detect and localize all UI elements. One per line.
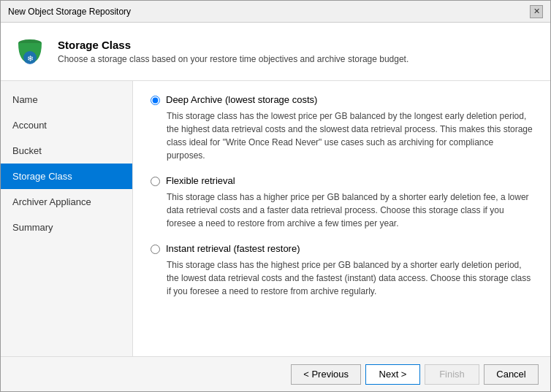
close-icon: ✕	[533, 7, 540, 16]
option-desc-flexible: This storage class has a higher price pe…	[167, 191, 533, 230]
header-area: ❄ Storage Class Choose a storage class b…	[1, 23, 550, 81]
sidebar-item-bucket[interactable]: Bucket	[1, 138, 132, 164]
next-button[interactable]: Next >	[365, 364, 420, 385]
option-group-instant: Instant retrieval (fastest restore) This…	[151, 243, 533, 298]
sidebar-item-archiver-appliance[interactable]: Archiver Appliance	[1, 189, 132, 215]
option-label-instant[interactable]: Instant retrieval (fastest restore)	[151, 243, 533, 254]
option-title-deep-archive: Deep Archive (lowest storage costs)	[166, 94, 317, 105]
close-button[interactable]: ✕	[530, 5, 543, 18]
sidebar: Name Account Bucket Storage Class Archiv…	[1, 81, 133, 356]
option-desc-instant: This storage class has the highest price…	[167, 258, 533, 298]
sidebar-item-summary[interactable]: Summary	[1, 215, 132, 240]
sidebar-item-account[interactable]: Account	[1, 112, 132, 138]
bucket-svg: ❄	[12, 34, 48, 69]
radio-deep-archive[interactable]	[151, 96, 160, 105]
radio-flexible[interactable]	[151, 177, 160, 186]
option-desc-deep-archive: This storage class has the lowest price …	[167, 109, 533, 162]
radio-instant[interactable]	[151, 245, 160, 254]
storage-icon: ❄	[12, 34, 48, 69]
main-content: Deep Archive (lowest storage costs) This…	[133, 81, 550, 356]
option-label-deep-archive[interactable]: Deep Archive (lowest storage costs)	[151, 94, 533, 105]
option-group-flexible: Flexible retrieval This storage class ha…	[151, 175, 533, 230]
header-text: Storage Class Choose a storage class bas…	[58, 39, 408, 64]
option-label-flexible[interactable]: Flexible retrieval	[151, 175, 533, 186]
previous-button[interactable]: < Previous	[291, 364, 361, 385]
footer: < Previous Next > Finish Cancel	[1, 356, 550, 391]
option-title-flexible: Flexible retrieval	[166, 175, 235, 186]
header-title: Storage Class	[58, 39, 408, 51]
option-title-instant: Instant retrieval (fastest restore)	[166, 243, 300, 254]
body: Name Account Bucket Storage Class Archiv…	[1, 81, 550, 356]
cancel-button[interactable]: Cancel	[484, 364, 539, 385]
sidebar-item-name[interactable]: Name	[1, 87, 132, 112]
dialog-title: New Object Storage Repository	[8, 7, 131, 17]
option-group-deep-archive: Deep Archive (lowest storage costs) This…	[151, 94, 533, 162]
sidebar-item-storage-class[interactable]: Storage Class	[1, 164, 132, 189]
finish-button: Finish	[425, 364, 479, 385]
title-bar: New Object Storage Repository ✕	[1, 1, 550, 23]
svg-text:❄: ❄	[27, 53, 34, 62]
dialog: New Object Storage Repository ✕ ❄ Storag…	[0, 0, 551, 392]
header-subtitle: Choose a storage class based on your res…	[58, 54, 408, 64]
